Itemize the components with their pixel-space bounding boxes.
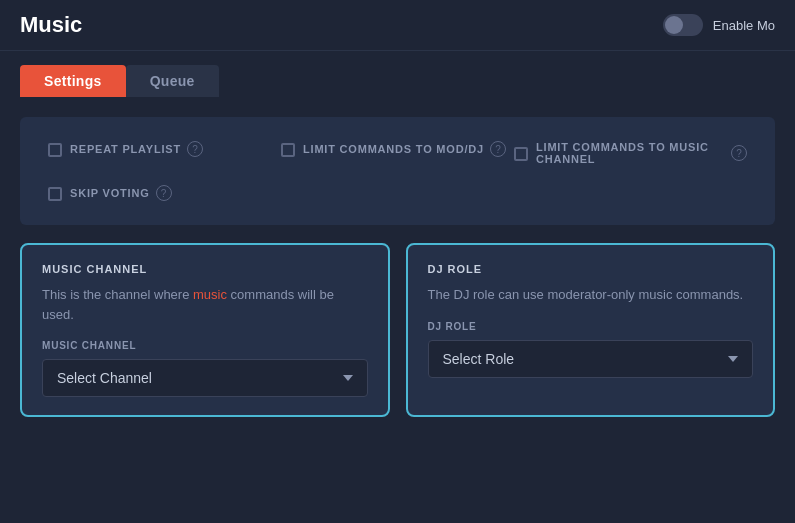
checkboxes-row: REPEAT PLAYLIST ? LIMIT COMMANDS TO MOD/…: [48, 141, 747, 165]
dj-role-card: DJ ROLE The DJ role can use moderator-on…: [406, 243, 776, 417]
dj-role-select[interactable]: Select Role: [428, 340, 754, 378]
limit-music-channel-item: LIMIT COMMANDS TO MUSIC CHANNEL ?: [514, 141, 747, 165]
dj-role-desc: The DJ role can use moderator-only music…: [428, 285, 754, 305]
header-right: Enable Mo: [663, 14, 775, 36]
repeat-playlist-label: REPEAT PLAYLIST: [70, 143, 181, 155]
tab-queue[interactable]: Queue: [126, 65, 219, 97]
skip-voting-help-icon[interactable]: ?: [156, 185, 172, 201]
limit-music-channel-help-icon[interactable]: ?: [731, 145, 747, 161]
repeat-playlist-checkbox[interactable]: [48, 143, 62, 157]
skip-voting-checkbox[interactable]: [48, 187, 62, 201]
dj-role-section-title: DJ ROLE: [428, 263, 754, 275]
limit-mod-dj-label: LIMIT COMMANDS TO MOD/DJ: [303, 143, 484, 155]
settings-card: REPEAT PLAYLIST ? LIMIT COMMANDS TO MOD/…: [20, 117, 775, 225]
music-channel-section-title: MUSIC CHANNEL: [42, 263, 368, 275]
page-title: Music: [20, 12, 82, 38]
music-word: music: [193, 287, 227, 302]
repeat-playlist-help-icon[interactable]: ?: [187, 141, 203, 157]
music-channel-field-label: MUSIC CHANNEL: [42, 340, 368, 351]
page-header: Music Enable Mo: [0, 0, 795, 51]
dj-role-select-text: Select Role: [443, 351, 515, 367]
repeat-playlist-item: REPEAT PLAYLIST ?: [48, 141, 281, 157]
bottom-section: MUSIC CHANNEL This is the channel where …: [20, 243, 775, 417]
dj-role-chevron-icon: [728, 356, 738, 362]
skip-voting-item: SKIP VOTING ?: [48, 185, 747, 201]
tab-settings[interactable]: Settings: [20, 65, 126, 97]
tab-bar: Settings Queue: [0, 51, 795, 97]
enable-label: Enable Mo: [713, 18, 775, 33]
dj-role-field-label: DJ ROLE: [428, 321, 754, 332]
music-channel-select[interactable]: Select Channel: [42, 359, 368, 397]
content-area: REPEAT PLAYLIST ? LIMIT COMMANDS TO MOD/…: [0, 97, 795, 437]
music-channel-desc: This is the channel where music commands…: [42, 285, 368, 324]
limit-music-channel-label: LIMIT COMMANDS TO MUSIC CHANNEL: [536, 141, 725, 165]
limit-music-channel-checkbox[interactable]: [514, 147, 528, 161]
limit-mod-dj-checkbox[interactable]: [281, 143, 295, 157]
skip-voting-label: SKIP VOTING: [70, 187, 150, 199]
music-channel-select-text: Select Channel: [57, 370, 152, 386]
enable-toggle[interactable]: [663, 14, 703, 36]
second-checkboxes-row: SKIP VOTING ?: [48, 185, 747, 201]
limit-mod-dj-help-icon[interactable]: ?: [490, 141, 506, 157]
music-channel-chevron-icon: [343, 375, 353, 381]
music-channel-card: MUSIC CHANNEL This is the channel where …: [20, 243, 390, 417]
limit-mod-dj-item: LIMIT COMMANDS TO MOD/DJ ?: [281, 141, 514, 157]
